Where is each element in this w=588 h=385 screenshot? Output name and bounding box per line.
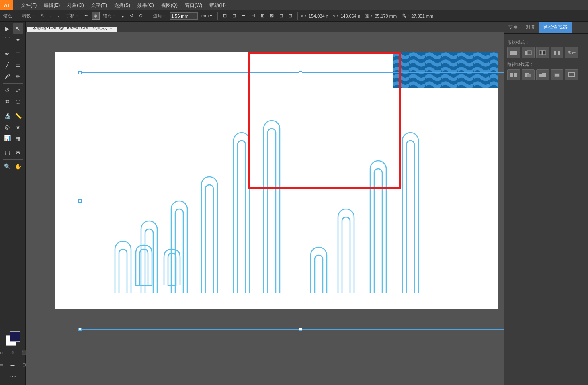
none-btn[interactable]: ⊘ <box>8 347 18 358</box>
corner-input[interactable] <box>170 12 198 20</box>
svg-rect-19 <box>568 73 575 77</box>
y-value: 143.664 n <box>340 14 360 18</box>
tool-symbol[interactable]: ★ <box>13 122 23 132</box>
tool-warp[interactable]: ≋ <box>2 96 12 107</box>
fill-stroke-btn[interactable]: ◻ <box>0 347 7 358</box>
menu-object[interactable]: 对象(O) <box>64 1 87 10</box>
shape-minus-front[interactable] <box>522 47 535 58</box>
tool-scale[interactable]: ⤢ <box>13 85 23 96</box>
menu-help[interactable]: 帮助(H) <box>206 1 229 10</box>
tool-rect[interactable]: ▭ <box>13 60 23 70</box>
tool-slice[interactable]: ⊕ <box>13 147 23 158</box>
shape-unite[interactable] <box>507 47 520 58</box>
menu-window[interactable]: 窗口(W) <box>182 1 205 10</box>
sep1 <box>17 12 17 20</box>
svg-rect-3 <box>513 51 517 55</box>
tool-eyedropper[interactable]: 🔬 <box>2 111 12 121</box>
menu-view[interactable]: 视图(Q) <box>158 1 181 10</box>
tool-corner1[interactable]: ⌐ <box>48 13 54 19</box>
more-tools[interactable]: • • • <box>8 371 18 382</box>
tool-anchor[interactable]: ⬥ <box>119 13 126 19</box>
menu-select[interactable]: 选择(S) <box>111 1 133 10</box>
tool-type[interactable]: T <box>13 49 23 59</box>
handle-label: 手柄： <box>64 13 81 19</box>
tool-sep-2 <box>3 83 23 84</box>
normal-view[interactable]: ▭ <box>0 359 7 370</box>
menu-effect[interactable]: 效果(C) <box>134 1 157 10</box>
tool-sep-1 <box>3 47 23 47</box>
align-btn4[interactable]: ⊣ <box>249 12 257 19</box>
tool-select[interactable]: ▶ <box>2 23 12 34</box>
pathfinder-label: 路径查找器： <box>507 61 585 68</box>
tool-measure[interactable]: 📏 <box>13 111 23 121</box>
fg-color-swatch[interactable] <box>10 331 20 342</box>
tool-pencil[interactable]: ✏ <box>13 71 23 82</box>
tool-rotate[interactable]: ↺ <box>2 85 12 96</box>
shape-exclude[interactable] <box>551 47 563 58</box>
handle-bottom-middle[interactable] <box>299 328 302 331</box>
pf-divide[interactable] <box>507 69 520 80</box>
tool-paintbrush[interactable]: 🖌 <box>2 71 12 82</box>
align-btn2[interactable]: ⊡ <box>230 12 238 19</box>
tool-free-transform[interactable]: ⬡ <box>13 96 23 107</box>
tool-row-1: ▶ ↖ <box>2 23 23 34</box>
tool-corner2[interactable]: ⌐ <box>56 13 62 19</box>
align-btn7[interactable]: ⊟ <box>277 12 285 19</box>
tool-artboard[interactable]: ⬚ <box>2 147 12 158</box>
anchor-label: 锚点 <box>2 13 14 19</box>
sep4 <box>297 12 298 20</box>
tool-scale[interactable]: ⊕ <box>137 12 145 19</box>
pf-trim[interactable] <box>522 69 535 80</box>
tool-rotate[interactable]: ↺ <box>128 12 135 19</box>
color-btn[interactable]: ⬛ <box>19 347 29 358</box>
left-toolbar: ▶ ↖ ⌒ ✦ ✒ T ╱ ▭ 🖌 ✏ ↺ ⤢ ≋ ⬡ 🔬 📏 ◎ ★ 📊 ▦ … <box>0 22 26 385</box>
menu-edit[interactable]: 编辑(E) <box>41 1 63 10</box>
tool-blend[interactable]: ◎ <box>2 122 12 132</box>
tool-pen2[interactable]: ◈ <box>92 12 100 20</box>
h-label: 高： <box>402 13 410 19</box>
svg-rect-5 <box>527 51 531 55</box>
tool-graph[interactable]: 📊 <box>2 133 12 143</box>
pf-outline[interactable] <box>565 69 578 80</box>
bars-main-svg <box>55 76 498 301</box>
tab-transform[interactable]: 变换 <box>504 22 522 33</box>
shape-expand[interactable]: 展开 <box>565 47 578 58</box>
tab-align[interactable]: 对齐 <box>522 22 539 33</box>
tool-line[interactable]: ╱ <box>2 60 12 70</box>
panel-body: 形状模式： 展开 路径查找器： <box>504 34 588 87</box>
full-view[interactable]: ▬ <box>8 359 18 370</box>
menu-file[interactable]: 文件(F) <box>18 1 40 10</box>
y-label: y： <box>333 13 340 19</box>
tool-direct-select[interactable]: ↖ <box>13 23 23 34</box>
tool-zoom[interactable]: 🔍 <box>2 161 12 172</box>
tool-pen[interactable]: ✒ <box>82 12 90 19</box>
pf-crop[interactable] <box>551 69 563 80</box>
title-bar: Ai 文件(F) 编辑(E) 对象(O) 文字(T) 选择(S) 效果(C) 视… <box>0 0 588 10</box>
tool-row-8: 🔬 📏 <box>2 111 23 121</box>
menu-text[interactable]: 文字(T) <box>88 1 110 10</box>
handle-bottom-left[interactable] <box>78 328 82 331</box>
tool-wand[interactable]: ✦ <box>13 35 23 45</box>
tool-graph2[interactable]: ▦ <box>13 133 23 143</box>
align-btn3[interactable]: ⊢ <box>240 12 248 19</box>
svg-rect-15 <box>527 74 531 77</box>
w-label: 宽： <box>365 13 374 19</box>
tool-pen[interactable]: ✒ <box>2 49 12 59</box>
tab-pathfinder[interactable]: 路径查找器 <box>539 22 572 33</box>
full-menu-view[interactable]: ⊡ <box>19 359 29 370</box>
corner-unit[interactable]: mm ▾ <box>199 12 214 19</box>
pf-merge[interactable] <box>536 69 549 80</box>
sep3 <box>217 12 218 20</box>
canvas-area <box>31 32 504 385</box>
align-btn5[interactable]: ⊞ <box>259 12 266 19</box>
tool-lasso[interactable]: ⌒ <box>2 35 12 45</box>
align-btn8[interactable]: ⊡ <box>287 12 294 19</box>
align-btn6[interactable]: ⊠ <box>268 12 276 19</box>
shape-mode-label: 形状模式： <box>507 39 585 45</box>
tool-hand[interactable]: ✋ <box>13 161 23 172</box>
shape-intersect[interactable] <box>536 47 549 58</box>
align-btn[interactable]: ⊟ <box>221 12 229 19</box>
tool-arrow[interactable]: ↖ <box>39 12 46 19</box>
anchor-pt-label: 锚点： <box>101 13 118 19</box>
toolbar: 锚点 转换： ↖ ⌐ ⌐ 手柄： ✒ ◈ 锚点： ⬥ ↺ ⊕ 边角： mm ▾ … <box>0 10 588 22</box>
